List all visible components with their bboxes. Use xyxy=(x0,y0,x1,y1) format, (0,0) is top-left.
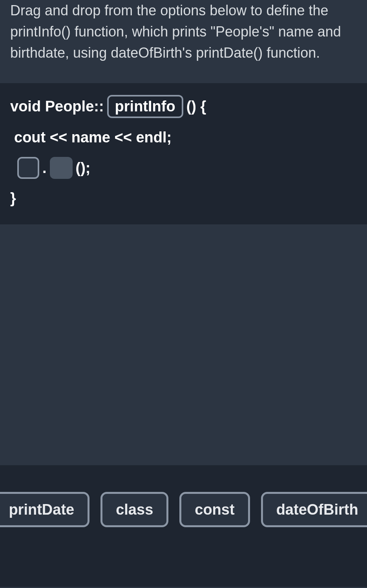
output-area xyxy=(0,224,367,465)
code-area: void People:: printInfo () { cout << nam… xyxy=(0,83,367,224)
option-class[interactable]: class xyxy=(100,492,168,527)
code-line-4: } xyxy=(10,190,357,207)
code-text: void People:: xyxy=(10,98,104,115)
option-const[interactable]: const xyxy=(179,492,250,527)
code-text: (); xyxy=(76,160,91,177)
code-text: . xyxy=(42,160,47,177)
code-text: () { xyxy=(186,98,206,115)
code-text: cout << name << endl; xyxy=(14,129,172,146)
drop-slot-object[interactable] xyxy=(17,157,39,179)
code-line-2: cout << name << endl; xyxy=(10,129,357,146)
instructions: Drag and drop from the options below to … xyxy=(0,0,367,83)
code-text: } xyxy=(10,190,16,207)
options-tray: printDate class const dateOfBirth xyxy=(0,465,367,587)
option-dateOfBirth[interactable]: dateOfBirth xyxy=(261,492,367,527)
code-line-3: . (); xyxy=(10,157,357,179)
drop-slot-function-name[interactable]: printInfo xyxy=(107,95,183,118)
drop-slot-method[interactable] xyxy=(50,157,73,179)
code-line-1: void People:: printInfo () { xyxy=(10,95,357,118)
option-printDate[interactable]: printDate xyxy=(0,492,89,527)
